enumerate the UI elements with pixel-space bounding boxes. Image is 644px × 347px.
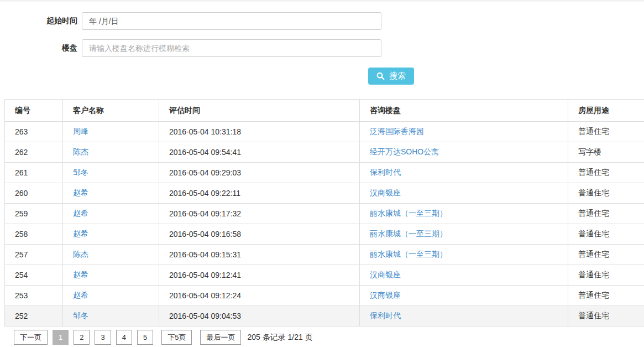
time-cell: 2016-05-04 09:17:32 [159,204,360,224]
customer-cell: 赵希 [63,183,159,204]
building-link[interactable]: 经开万达SOHO公寓 [370,147,439,156]
pagination-button[interactable]: 最后一页 [200,330,241,345]
customer-link[interactable]: 周峰 [73,127,88,136]
building-link[interactable]: 丽水康城（一至三期） [370,250,447,258]
id-cell: 260 [5,183,63,204]
records-summary: 205 条记录 1/21 页 [247,333,312,343]
customer-field-group: 客户名称 [381,39,644,57]
building-link[interactable]: 汉商银座 [370,291,401,299]
table-row: 262陈杰2016-05-04 09:54:41经开万达SOHO公寓写字楼 [5,142,644,163]
customer-link[interactable]: 陈杰 [73,147,88,156]
customer-cell: 赵希 [63,265,159,286]
id-cell: 254 [5,265,63,286]
pagination-button[interactable]: 1 [53,330,69,345]
magnifier-icon [376,72,385,80]
building-link[interactable]: 泛海国际香海园 [370,127,424,136]
column-header: 客户名称 [63,100,159,122]
customer-cell: 陈杰 [63,245,159,265]
id-cell: 262 [5,142,63,163]
customer-link[interactable]: 邹冬 [73,311,88,320]
records-table: 编号客户名称评估时间咨询楼盘房屋用途 263周峰2016-05-04 10:31… [4,99,644,327]
usage-cell: 普通住宅 [568,204,644,224]
customer-cell: 周峰 [63,122,159,142]
time-cell: 2016-05-04 09:15:31 [159,245,360,265]
pagination-button[interactable]: 5 [137,330,153,345]
time-cell: 2016-05-04 09:12:41 [159,265,360,286]
start-time-input[interactable] [82,12,381,30]
table-row: 259赵希2016-05-04 09:17:32丽水康城（一至三期）普通住宅 [5,204,644,224]
id-cell: 259 [5,204,63,224]
customer-link[interactable]: 赵希 [73,209,88,217]
table-header-row: 编号客户名称评估时间咨询楼盘房屋用途 [5,100,644,122]
table-row: 260赵希2016-05-04 09:22:11汉商银座普通住宅 [5,183,644,204]
customer-link[interactable]: 邹冬 [73,168,88,177]
pagination-button[interactable]: 4 [116,330,132,345]
customer-cell: 邹冬 [63,306,159,327]
building-link[interactable]: 保利时代 [370,168,401,177]
customer-link[interactable]: 赵希 [73,291,88,299]
time-cell: 2016-05-04 09:22:11 [159,183,360,204]
usage-cell: 普通住宅 [568,245,644,265]
building-link[interactable]: 丽水康城（一至三期） [370,209,447,217]
building-cell: 汉商银座 [360,286,568,306]
start-time-label: 起始时间 [0,16,77,26]
customer-link[interactable]: 陈杰 [73,250,88,258]
pagination-button[interactable]: 下5页 [161,330,192,345]
usage-cell: 普通住宅 [568,224,644,245]
pagination-button[interactable]: 2 [74,330,90,345]
table-row: 257陈杰2016-05-04 09:15:31丽水康城（一至三期）普通住宅 [5,245,644,265]
usage-cell: 普通住宅 [568,163,644,183]
pagination: 下一页12345下5页最后一页205 条记录 1/21 页 [0,330,644,345]
building-search-input[interactable] [82,39,381,57]
building-cell: 保利时代 [360,163,568,183]
time-cell: 2016-05-04 09:29:03 [159,163,360,183]
building-cell: 丽水康城（一至三期） [360,245,568,265]
id-cell: 253 [5,286,63,306]
pagination-button[interactable]: 3 [95,330,111,345]
customer-cell: 赵希 [63,286,159,306]
building-cell: 保利时代 [360,306,568,327]
search-form: 起始时间 结束时间 楼盘 客户名称 搜索 [0,2,644,85]
building-link[interactable]: 汉商银座 [370,188,401,197]
search-button[interactable]: 搜索 [368,68,414,85]
building-cell: 丽水康城（一至三期） [360,224,568,245]
id-cell: 257 [5,245,63,265]
building-link[interactable]: 保利时代 [370,311,401,320]
column-header: 评估时间 [159,100,360,122]
usage-cell: 写字楼 [568,142,644,163]
building-cell: 经开万达SOHO公寓 [360,142,568,163]
column-header: 编号 [5,100,63,122]
time-cell: 2016-05-04 09:54:41 [159,142,360,163]
table-body: 263周峰2016-05-04 10:31:18泛海国际香海园普通住宅262陈杰… [5,122,644,327]
building-label: 楼盘 [0,43,77,53]
usage-cell: 普通住宅 [568,286,644,306]
usage-cell: 普通住宅 [568,122,644,142]
end-time-field-group: 结束时间 [381,12,644,30]
time-cell: 2016-05-04 09:12:24 [159,286,360,306]
search-button-label: 搜索 [389,71,406,81]
building-cell: 泛海国际香海园 [360,122,568,142]
usage-cell: 普通住宅 [568,265,644,286]
table-row: 254赵希2016-05-04 09:12:41汉商银座普通住宅 [5,265,644,286]
table-row: 252邹冬2016-05-04 09:04:53保利时代普通住宅 [5,306,644,327]
building-link[interactable]: 汉商银座 [370,270,401,279]
customer-link[interactable]: 赵希 [73,270,88,279]
customer-link[interactable]: 赵希 [73,188,88,197]
customer-cell: 邹冬 [63,163,159,183]
building-field-group: 楼盘 [0,39,381,57]
customer-cell: 赵希 [63,224,159,245]
building-link[interactable]: 丽水康城（一至三期） [370,229,447,238]
building-cell: 汉商银座 [360,265,568,286]
usage-cell: 普通住宅 [568,306,644,327]
usage-cell: 普通住宅 [568,183,644,204]
id-cell: 252 [5,306,63,327]
id-cell: 258 [5,224,63,245]
pagination-button[interactable]: 下一页 [14,330,48,345]
customer-link[interactable]: 赵希 [73,229,88,238]
table-row: 253赵希2016-05-04 09:12:24汉商银座普通住宅 [5,286,644,306]
column-header: 咨询楼盘 [360,100,568,122]
table-row: 263周峰2016-05-04 10:31:18泛海国际香海园普通住宅 [5,122,644,142]
start-time-field-group: 起始时间 [0,12,381,30]
table-row: 258赵希2016-05-04 09:16:58丽水康城（一至三期）普通住宅 [5,224,644,245]
time-cell: 2016-05-04 09:04:53 [159,306,360,327]
